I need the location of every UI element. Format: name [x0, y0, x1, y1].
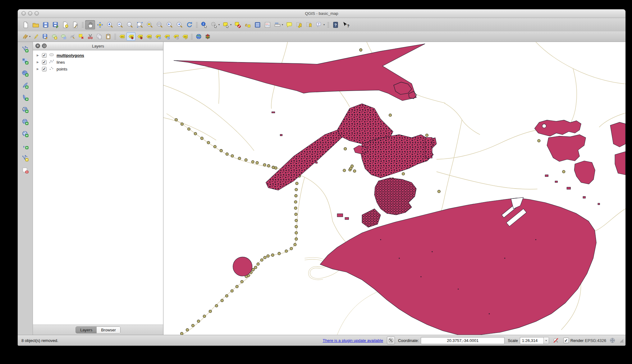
delete-selected-button[interactable]: [77, 32, 86, 41]
help-icon: ?: [332, 21, 339, 29]
select-features-button[interactable]: [221, 20, 231, 30]
help-button[interactable]: ?: [331, 20, 341, 30]
composer-manager-button[interactable]: [71, 20, 80, 30]
text-annotation-button[interactable]: T: [314, 20, 324, 30]
scale-combo[interactable]: 1:26,314 ▼: [520, 337, 549, 344]
crs-status-icon[interactable]: [609, 337, 616, 344]
identify-features-button[interactable]: i: [199, 20, 209, 30]
show-bookmarks-button[interactable]: [304, 20, 314, 30]
layer-label[interactable]: points: [57, 67, 67, 71]
new-shapefile-layer-button[interactable]: [20, 153, 30, 163]
layer-label[interactable]: multipolygons: [57, 53, 84, 58]
minimize-button[interactable]: [28, 11, 32, 16]
layer-item-multipolygons[interactable]: ▶✓multipolygons: [33, 52, 163, 59]
zoom-to-selection-button[interactable]: [145, 20, 155, 30]
measure-button[interactable]: [272, 20, 282, 30]
expand-arrow-icon[interactable]: ▶: [37, 54, 40, 57]
layer-item-lines[interactable]: ▶✓lines: [33, 59, 163, 66]
pan-map-button[interactable]: [85, 20, 95, 30]
new-project-button[interactable]: [21, 20, 31, 30]
layer-visibility-checkbox[interactable]: ✓: [42, 53, 47, 58]
node-tool-button[interactable]: [68, 32, 77, 41]
refresh-map-button[interactable]: [185, 20, 195, 30]
panel-close-icon[interactable]: ✕: [35, 43, 40, 48]
pan-to-selection-button[interactable]: [95, 20, 105, 30]
label-pin-button[interactable]: ab: [126, 32, 135, 41]
layer-visibility-checkbox[interactable]: ✓: [42, 60, 47, 65]
open-attribute-table-button[interactable]: [253, 20, 263, 30]
web-globe-plugin-button[interactable]: [194, 32, 203, 41]
tab-layers[interactable]: Layers: [76, 327, 97, 333]
add-wfs-layer-icon: [21, 130, 29, 138]
close-button[interactable]: [21, 11, 26, 16]
stop-render-icon[interactable]: [552, 337, 560, 344]
coordinate-value: 20.3757,-34.0001: [447, 338, 479, 343]
expand-arrow-icon[interactable]: ▶: [37, 61, 40, 64]
tab-browser[interactable]: Browser: [97, 327, 120, 333]
paste-features-button[interactable]: [104, 32, 113, 41]
add-raster-layer-button[interactable]: [20, 57, 30, 66]
render-checkbox[interactable]: ✓: [563, 338, 569, 343]
zoom-next-button[interactable]: [175, 20, 185, 30]
zoom-last-button[interactable]: [165, 20, 175, 30]
label-change-button[interactable]: abc: [172, 32, 181, 41]
open-project-button[interactable]: [31, 20, 41, 30]
field-calculator-icon: [264, 21, 271, 29]
label-move-button[interactable]: abc: [153, 32, 163, 41]
expand-arrow-icon[interactable]: ▶: [37, 67, 40, 71]
svg-text:T: T: [318, 22, 320, 25]
add-postgis-layer-button[interactable]: [20, 69, 30, 78]
label-properties-button[interactable]: abc: [181, 32, 190, 41]
add-wcs-layer-button[interactable]: [20, 117, 30, 126]
labeling-button[interactable]: abc: [117, 32, 126, 41]
plugin-icon[interactable]: [387, 336, 395, 344]
chevron-down-icon[interactable]: ▼: [543, 337, 549, 344]
scale-value: 1:26,314: [520, 338, 543, 343]
layers-plugin-button[interactable]: [203, 32, 212, 41]
label-rotate-button[interactable]: abc: [163, 32, 172, 41]
current-edits-button[interactable]: [21, 32, 30, 41]
layer-label[interactable]: lines: [57, 60, 65, 65]
layer-item-points[interactable]: ▶✓points: [33, 66, 163, 72]
whats-this-button[interactable]: ?: [341, 20, 350, 30]
zoom-in-button[interactable]: [105, 20, 115, 30]
add-delimited-text-layer-button[interactable]: ,: [20, 141, 30, 151]
layers-plugin-icon: [204, 33, 211, 40]
zoom-full-extent-button[interactable]: [135, 20, 145, 30]
zoom-to-layer-button[interactable]: [155, 20, 165, 30]
zoom-button[interactable]: [34, 11, 39, 16]
add-wms-layer-button[interactable]: [20, 105, 30, 114]
save-layer-edits-button[interactable]: [41, 32, 50, 41]
copy-features-button[interactable]: [95, 32, 104, 41]
add-feature-button[interactable]: [50, 32, 59, 41]
layer-visibility-checkbox[interactable]: ✓: [42, 67, 47, 71]
remove-layer-button[interactable]: [20, 166, 30, 175]
map-tips-button[interactable]: [284, 20, 294, 30]
field-calculator-button[interactable]: [263, 20, 272, 30]
coordinate-input[interactable]: 20.3757,-34.0001: [421, 337, 505, 344]
new-print-composer-button[interactable]: [61, 20, 71, 30]
add-vector-layer-button[interactable]: [20, 44, 30, 54]
new-bookmark-button[interactable]: [294, 20, 304, 30]
label-show-hide-button[interactable]: abc: [144, 32, 153, 41]
add-mssql-layer-button[interactable]: [20, 93, 30, 102]
select-by-expression-button[interactable]: ε: [243, 20, 253, 30]
panel-float-icon[interactable]: ❏: [42, 43, 47, 48]
add-wfs-layer-button[interactable]: [20, 129, 30, 139]
resize-grip[interactable]: [619, 338, 624, 343]
zoom-actual-size-button[interactable]: 1:1: [125, 20, 135, 30]
cut-features-button[interactable]: [86, 32, 95, 41]
zoom-out-button[interactable]: [115, 20, 125, 30]
plugin-update-link[interactable]: There is a plugin update available: [323, 338, 383, 343]
save-project-as-button[interactable]: [51, 20, 61, 30]
run-feature-action-button[interactable]: [209, 20, 219, 30]
save-project-button[interactable]: [41, 20, 51, 30]
label-hold-button[interactable]: ab: [135, 32, 144, 41]
zoom-in-icon: [106, 21, 114, 29]
refresh-map-icon: [186, 21, 193, 29]
toggle-editing-button[interactable]: [32, 32, 41, 41]
deselect-features-button[interactable]: [233, 20, 243, 30]
move-feature-button[interactable]: [59, 32, 68, 41]
add-spatialite-layer-button[interactable]: [20, 81, 30, 90]
map-canvas[interactable]: [163, 42, 625, 335]
